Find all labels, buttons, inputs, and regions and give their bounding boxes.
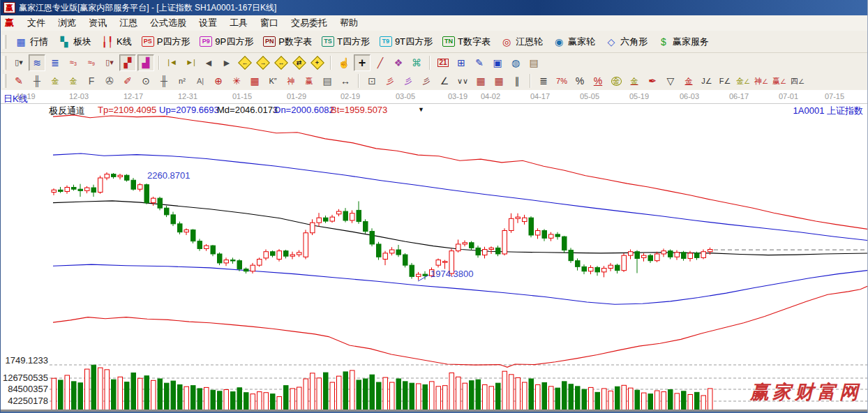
fan-lines-red-icon[interactable]: 彡	[382, 73, 398, 89]
feature-gann-wheel-button[interactable]: ◎江恩轮	[500, 36, 543, 48]
candle-style-dropdown-icon[interactable]: ▯▾	[101, 54, 118, 71]
zigzag-wave-icon[interactable]: ∨∨	[454, 73, 471, 89]
price-ladder-icon[interactable]: ≣	[535, 73, 552, 89]
color-histogram-icon[interactable]: ▟	[137, 54, 154, 71]
save-chart-icon[interactable]: ▣	[489, 54, 506, 71]
rect-frame-icon[interactable]: ⊡	[364, 73, 380, 89]
menu-item-交易委托[interactable]: 交易委托	[285, 15, 334, 31]
menu-item-帮助[interactable]: 帮助	[334, 15, 364, 31]
si-angle-icon[interactable]: 四∠	[789, 73, 806, 89]
feature-winner-service-button[interactable]: $赢家服务	[657, 36, 709, 48]
shift-left-icon[interactable]: ←	[237, 54, 253, 71]
grid-box-arrow-icon[interactable]: ▦	[491, 73, 507, 89]
n-square-icon[interactable]: n²	[174, 73, 190, 89]
gann-shape-purple-icon[interactable]: ❖	[390, 54, 407, 71]
gold-angle-icon[interactable]: 金∠	[735, 73, 751, 89]
cycle-shape-green-icon[interactable]: ⌘	[408, 54, 425, 71]
period-candle-dropdown-icon[interactable]: ▯▾	[10, 54, 27, 71]
grid-box-1-icon[interactable]: ▦	[472, 73, 489, 89]
gold-level-icon[interactable]: 金	[626, 73, 643, 89]
fibonacci-grid-icon[interactable]: F	[83, 73, 100, 89]
calculator-icon[interactable]: ⊞	[453, 54, 470, 71]
zigzag-pattern-icon[interactable]: ▞	[119, 54, 136, 71]
indicator-list-icon[interactable]: ≣	[47, 54, 63, 71]
zoom-horizontal-icon[interactable]: ↔	[273, 54, 290, 71]
wave-3-icon[interactable]: ≈₃	[65, 54, 82, 71]
funnel-icon[interactable]: ▽	[662, 73, 679, 89]
feature-p9-square-button[interactable]: P99P四方形	[200, 36, 253, 48]
menu-item-江恩[interactable]: 江恩	[113, 15, 144, 31]
menu-item-浏览[interactable]: 浏览	[52, 15, 82, 31]
ink-brush-icon[interactable]: ✒	[644, 73, 661, 89]
gold-square-2-icon[interactable]: 金	[65, 73, 82, 89]
percent-zone-icon[interactable]: 7%	[553, 73, 570, 89]
feature-t-number-table-button[interactable]: TNT数字表	[442, 36, 491, 48]
percent-icon[interactable]: %	[571, 73, 588, 89]
title-bar[interactable]: 赢 赢家江恩专业版[赢家内部服务平台] - [上证指数 SH1A0001-167…	[1, 0, 867, 15]
feature-winner-wheel-button[interactable]: ◉赢家轮	[553, 36, 595, 48]
menu-item-公式选股[interactable]: 公式选股	[144, 15, 193, 31]
menu-item-设置[interactable]: 设置	[193, 15, 223, 31]
feature-hexagon-button[interactable]: ◇六角形	[605, 36, 648, 48]
feature-p-number-table-button[interactable]: PNP数字表	[263, 36, 312, 48]
pan-hand-icon[interactable]: ☝	[336, 54, 352, 71]
star-rays-icon[interactable]: ✳	[228, 73, 245, 89]
ruler-123-icon[interactable]: ▤	[319, 73, 336, 89]
brush-red-icon[interactable]: ✎	[10, 73, 27, 89]
j-angle-icon[interactable]: J∠	[698, 73, 715, 89]
menu-item-资讯[interactable]: 资讯	[82, 15, 113, 31]
indicator-dropdown-icon[interactable]: ▼	[418, 106, 424, 113]
shen-angle-icon[interactable]: 神∠	[753, 73, 770, 89]
feature-kline-button[interactable]: ╽╿K线	[101, 36, 132, 48]
jump-first-icon[interactable]: |◄	[164, 54, 181, 71]
expand-all-icon[interactable]: +	[309, 54, 326, 71]
memo-notes-icon[interactable]: ✎	[471, 54, 488, 71]
percent-line-icon[interactable]: %	[590, 73, 606, 89]
spiral-icon[interactable]: ✇	[101, 73, 118, 89]
k-mark-icon[interactable]: K″	[264, 73, 281, 89]
ying-tool-icon[interactable]: 赢	[301, 73, 317, 89]
angle-line-a-icon[interactable]: A|	[192, 73, 209, 89]
f-angle-icon[interactable]: F∠	[717, 73, 733, 89]
jump-last-icon[interactable]: ►|	[182, 54, 199, 71]
print-icon[interactable]: ▤	[525, 54, 542, 71]
gann-target-icon[interactable]: ⊕	[210, 73, 227, 89]
gold-trend-red-icon[interactable]: 金	[680, 73, 697, 89]
gold-square-1-icon[interactable]: 金	[47, 73, 63, 89]
toolbar-grip[interactable]	[3, 35, 6, 49]
ying-angle-icon[interactable]: 赢∠	[771, 73, 788, 89]
square-overlay-icon[interactable]: ▦	[246, 73, 263, 89]
menu-item-工具[interactable]: 工具	[223, 15, 254, 31]
parallel-lines-icon[interactable]: ∥	[509, 73, 525, 89]
gann-comb-icon[interactable]: ╫	[29, 73, 45, 89]
kline-chart-canvas[interactable]	[1, 90, 868, 413]
time-cycle-clock-icon[interactable]: ⊙	[137, 73, 154, 89]
trendline-tool-icon[interactable]: ╱	[372, 54, 389, 71]
fan-box-purple-icon[interactable]: 彡	[400, 73, 417, 89]
crosshair-icon[interactable]: +	[354, 54, 371, 71]
toolbar-grip[interactable]	[3, 56, 6, 70]
save-web-icon[interactable]: ◍	[507, 54, 524, 71]
feature-t-square-button[interactable]: TST四方形	[322, 36, 370, 48]
feature-sectors-button[interactable]: ▚板块	[58, 36, 91, 48]
fan-box-dark-icon[interactable]: 彡	[418, 73, 435, 89]
feature-p-square-button[interactable]: PSP四方形	[142, 36, 190, 48]
shift-right-icon[interactable]: →	[255, 54, 271, 71]
price-comb-icon[interactable]: ╫	[156, 73, 172, 89]
wave-9-icon[interactable]: ≈₉	[83, 54, 100, 71]
page-left-icon[interactable]: ◄	[200, 54, 217, 71]
feature-t9-square-button[interactable]: T99T四方形	[380, 36, 433, 48]
shen-tool-icon[interactable]: 神	[283, 73, 299, 89]
gold-circle-icon[interactable]: 金	[608, 73, 624, 89]
kline-pattern-icon[interactable]: ≋	[29, 54, 45, 71]
page-right-icon[interactable]: ►	[218, 54, 235, 71]
brush-measure-icon[interactable]: ✐	[119, 73, 136, 89]
menu-item-文件[interactable]: 文件	[21, 15, 52, 31]
menu-item-窗口[interactable]: 窗口	[254, 15, 285, 31]
calendar-21-icon[interactable]: 21	[435, 54, 451, 71]
toolbar-grip[interactable]	[3, 74, 6, 88]
swap-range-icon[interactable]: ⇄	[291, 54, 308, 71]
h-measure-icon[interactable]: ↔	[337, 73, 354, 89]
angle-rays-icon[interactable]: ∠	[436, 73, 453, 89]
feature-quotes-button[interactable]: ▦行情	[15, 36, 48, 48]
